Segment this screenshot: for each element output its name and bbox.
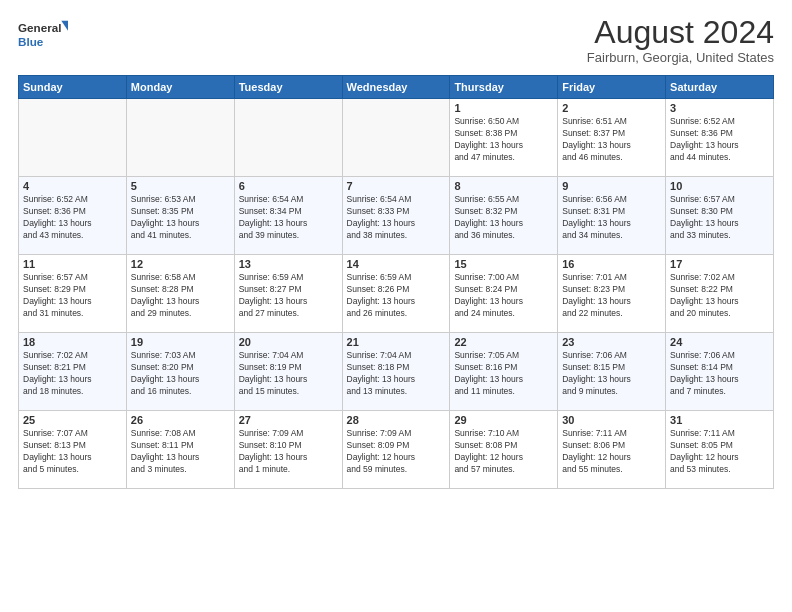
day-number: 24 (670, 336, 769, 348)
table-row: 19Sunrise: 7:03 AM Sunset: 8:20 PM Dayli… (126, 333, 234, 411)
table-row (234, 99, 342, 177)
day-number: 12 (131, 258, 230, 270)
table-row: 10Sunrise: 6:57 AM Sunset: 8:30 PM Dayli… (666, 177, 774, 255)
day-number: 20 (239, 336, 338, 348)
table-row (19, 99, 127, 177)
day-info: Sunrise: 7:01 AM Sunset: 8:23 PM Dayligh… (562, 272, 661, 320)
col-thursday: Thursday (450, 76, 558, 99)
day-number: 6 (239, 180, 338, 192)
table-row: 2Sunrise: 6:51 AM Sunset: 8:37 PM Daylig… (558, 99, 666, 177)
table-row: 22Sunrise: 7:05 AM Sunset: 8:16 PM Dayli… (450, 333, 558, 411)
day-info: Sunrise: 7:08 AM Sunset: 8:11 PM Dayligh… (131, 428, 230, 476)
day-info: Sunrise: 6:57 AM Sunset: 8:30 PM Dayligh… (670, 194, 769, 242)
calendar-week-row: 25Sunrise: 7:07 AM Sunset: 8:13 PM Dayli… (19, 411, 774, 489)
day-number: 26 (131, 414, 230, 426)
day-info: Sunrise: 7:04 AM Sunset: 8:18 PM Dayligh… (347, 350, 446, 398)
day-info: Sunrise: 6:53 AM Sunset: 8:35 PM Dayligh… (131, 194, 230, 242)
day-number: 9 (562, 180, 661, 192)
table-row: 8Sunrise: 6:55 AM Sunset: 8:32 PM Daylig… (450, 177, 558, 255)
title-block: August 2024 Fairburn, Georgia, United St… (587, 16, 774, 65)
table-row: 13Sunrise: 6:59 AM Sunset: 8:27 PM Dayli… (234, 255, 342, 333)
day-info: Sunrise: 6:59 AM Sunset: 8:26 PM Dayligh… (347, 272, 446, 320)
day-info: Sunrise: 6:50 AM Sunset: 8:38 PM Dayligh… (454, 116, 553, 164)
calendar-week-row: 4Sunrise: 6:52 AM Sunset: 8:36 PM Daylig… (19, 177, 774, 255)
table-row: 9Sunrise: 6:56 AM Sunset: 8:31 PM Daylig… (558, 177, 666, 255)
table-row: 20Sunrise: 7:04 AM Sunset: 8:19 PM Dayli… (234, 333, 342, 411)
day-number: 19 (131, 336, 230, 348)
day-info: Sunrise: 6:57 AM Sunset: 8:29 PM Dayligh… (23, 272, 122, 320)
day-info: Sunrise: 7:11 AM Sunset: 8:06 PM Dayligh… (562, 428, 661, 476)
day-number: 21 (347, 336, 446, 348)
svg-marker-2 (61, 21, 68, 31)
day-number: 28 (347, 414, 446, 426)
header: General Blue August 2024 Fairburn, Georg… (18, 16, 774, 65)
table-row: 3Sunrise: 6:52 AM Sunset: 8:36 PM Daylig… (666, 99, 774, 177)
day-info: Sunrise: 7:00 AM Sunset: 8:24 PM Dayligh… (454, 272, 553, 320)
day-number: 1 (454, 102, 553, 114)
table-row: 27Sunrise: 7:09 AM Sunset: 8:10 PM Dayli… (234, 411, 342, 489)
col-tuesday: Tuesday (234, 76, 342, 99)
day-info: Sunrise: 6:52 AM Sunset: 8:36 PM Dayligh… (670, 116, 769, 164)
logo: General Blue (18, 16, 68, 52)
table-row: 24Sunrise: 7:06 AM Sunset: 8:14 PM Dayli… (666, 333, 774, 411)
table-row: 12Sunrise: 6:58 AM Sunset: 8:28 PM Dayli… (126, 255, 234, 333)
day-number: 18 (23, 336, 122, 348)
table-row: 18Sunrise: 7:02 AM Sunset: 8:21 PM Dayli… (19, 333, 127, 411)
day-info: Sunrise: 6:55 AM Sunset: 8:32 PM Dayligh… (454, 194, 553, 242)
day-number: 22 (454, 336, 553, 348)
day-info: Sunrise: 7:09 AM Sunset: 8:09 PM Dayligh… (347, 428, 446, 476)
day-number: 5 (131, 180, 230, 192)
day-number: 25 (23, 414, 122, 426)
table-row: 26Sunrise: 7:08 AM Sunset: 8:11 PM Dayli… (126, 411, 234, 489)
col-wednesday: Wednesday (342, 76, 450, 99)
day-number: 16 (562, 258, 661, 270)
day-info: Sunrise: 6:51 AM Sunset: 8:37 PM Dayligh… (562, 116, 661, 164)
day-info: Sunrise: 7:10 AM Sunset: 8:08 PM Dayligh… (454, 428, 553, 476)
table-row: 28Sunrise: 7:09 AM Sunset: 8:09 PM Dayli… (342, 411, 450, 489)
table-row: 31Sunrise: 7:11 AM Sunset: 8:05 PM Dayli… (666, 411, 774, 489)
table-row: 23Sunrise: 7:06 AM Sunset: 8:15 PM Dayli… (558, 333, 666, 411)
col-friday: Friday (558, 76, 666, 99)
day-number: 3 (670, 102, 769, 114)
day-info: Sunrise: 7:02 AM Sunset: 8:21 PM Dayligh… (23, 350, 122, 398)
svg-text:Blue: Blue (18, 35, 44, 48)
day-info: Sunrise: 6:58 AM Sunset: 8:28 PM Dayligh… (131, 272, 230, 320)
calendar-week-row: 1Sunrise: 6:50 AM Sunset: 8:38 PM Daylig… (19, 99, 774, 177)
day-number: 31 (670, 414, 769, 426)
table-row: 17Sunrise: 7:02 AM Sunset: 8:22 PM Dayli… (666, 255, 774, 333)
day-info: Sunrise: 7:09 AM Sunset: 8:10 PM Dayligh… (239, 428, 338, 476)
table-row: 11Sunrise: 6:57 AM Sunset: 8:29 PM Dayli… (19, 255, 127, 333)
table-row: 4Sunrise: 6:52 AM Sunset: 8:36 PM Daylig… (19, 177, 127, 255)
day-number: 14 (347, 258, 446, 270)
day-info: Sunrise: 7:06 AM Sunset: 8:14 PM Dayligh… (670, 350, 769, 398)
day-number: 27 (239, 414, 338, 426)
day-info: Sunrise: 7:05 AM Sunset: 8:16 PM Dayligh… (454, 350, 553, 398)
day-info: Sunrise: 6:56 AM Sunset: 8:31 PM Dayligh… (562, 194, 661, 242)
day-number: 30 (562, 414, 661, 426)
table-row: 6Sunrise: 6:54 AM Sunset: 8:34 PM Daylig… (234, 177, 342, 255)
day-info: Sunrise: 6:54 AM Sunset: 8:33 PM Dayligh… (347, 194, 446, 242)
day-number: 7 (347, 180, 446, 192)
day-info: Sunrise: 6:59 AM Sunset: 8:27 PM Dayligh… (239, 272, 338, 320)
table-row (126, 99, 234, 177)
calendar-header-row: Sunday Monday Tuesday Wednesday Thursday… (19, 76, 774, 99)
col-saturday: Saturday (666, 76, 774, 99)
col-monday: Monday (126, 76, 234, 99)
day-number: 15 (454, 258, 553, 270)
day-number: 10 (670, 180, 769, 192)
day-number: 29 (454, 414, 553, 426)
table-row: 1Sunrise: 6:50 AM Sunset: 8:38 PM Daylig… (450, 99, 558, 177)
day-number: 8 (454, 180, 553, 192)
page: General Blue August 2024 Fairburn, Georg… (0, 0, 792, 612)
day-number: 13 (239, 258, 338, 270)
day-info: Sunrise: 7:11 AM Sunset: 8:05 PM Dayligh… (670, 428, 769, 476)
day-info: Sunrise: 7:03 AM Sunset: 8:20 PM Dayligh… (131, 350, 230, 398)
day-info: Sunrise: 6:52 AM Sunset: 8:36 PM Dayligh… (23, 194, 122, 242)
table-row (342, 99, 450, 177)
table-row: 14Sunrise: 6:59 AM Sunset: 8:26 PM Dayli… (342, 255, 450, 333)
table-row: 5Sunrise: 6:53 AM Sunset: 8:35 PM Daylig… (126, 177, 234, 255)
calendar: Sunday Monday Tuesday Wednesday Thursday… (18, 75, 774, 489)
day-info: Sunrise: 7:02 AM Sunset: 8:22 PM Dayligh… (670, 272, 769, 320)
calendar-body: 1Sunrise: 6:50 AM Sunset: 8:38 PM Daylig… (19, 99, 774, 489)
day-number: 17 (670, 258, 769, 270)
